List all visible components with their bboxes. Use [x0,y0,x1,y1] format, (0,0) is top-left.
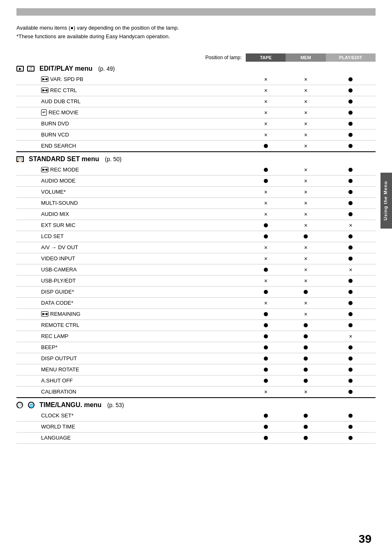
playedit-header: PLAY/EDIT [326,53,376,62]
bullet-icon [304,368,308,372]
tape-value: × [246,242,286,253]
mem-value: × [286,297,325,308]
table-row: ▶◀REC CTRL×× [16,85,376,96]
bullet-icon [304,414,308,418]
bullet-icon [348,190,353,194]
bullet-icon [348,88,353,93]
mem-value: × [286,186,325,197]
tape-value: × [246,253,286,264]
position-label: Position of lamp: [16,53,246,62]
mini-icon: ▶◀ [41,167,48,172]
tape-value: × [246,186,286,197]
table-row: REMOTE CTRL [16,320,376,331]
table-row: AUDIO MIX×× [16,208,376,220]
bullet-icon [264,323,268,327]
playedit-value: × [326,331,376,342]
cross-icon: × [304,389,307,395]
table-row: DISP OUTPUT [16,353,376,364]
tape-value: × [246,85,286,96]
mem-value: × [286,107,325,118]
playedit-value [326,208,376,220]
intro-text: Available menu items (●) vary depending … [16,24,376,41]
item-label: END SEARCH [16,140,246,152]
mem-value: × [286,96,325,107]
bullet-icon [264,345,268,350]
mem-value [286,331,325,342]
item-label: REMAINING [50,311,81,317]
mem-value: × [286,197,325,208]
bullet-icon [348,436,353,440]
table-row: VOLUME*×× [16,186,376,197]
bullet-icon [348,245,353,250]
mini-icon: ▶◀ [41,88,48,93]
cross-icon: × [304,244,307,251]
bullet-icon [264,368,268,372]
table-row: ▶◀VAR. SPD PB×× [16,74,376,85]
tape-value: × [246,386,286,398]
bullet-icon [304,425,308,429]
mini-icon: ↩ [41,109,47,116]
cross-icon: × [264,132,267,138]
tape-value [246,220,286,231]
bullet-icon [264,144,268,148]
item-label: A.SHUT OFF [16,375,246,386]
playedit-value: × [326,264,376,275]
menu-table: Position of lamp: TAPE MEM PLAY/EDIT ▶🎵E… [16,53,376,444]
mem-value: × [286,118,325,129]
bullet-icon [348,279,353,283]
cross-icon: × [304,76,307,83]
cross-icon: × [264,200,267,206]
mem-value: × [286,175,325,186]
tape-value [246,286,286,297]
cross-icon: × [264,389,267,395]
playedit-value [326,375,376,386]
playedit-value [326,421,376,432]
table-row: USB-PLY/EDT×× [16,275,376,286]
bullet-icon [264,168,268,172]
bullet-icon [264,414,268,418]
section-row-edit-play: ▶🎵EDIT/PLAY menu(p. 49) [16,62,376,74]
item-with-icon: ▶◀REC CTRL [41,87,244,93]
tape-value [246,432,286,443]
mem-value [286,375,325,386]
tape-value [246,175,286,186]
section-label-standard-set: STANDARD SET menu [29,155,99,163]
playedit-value: × [326,220,376,231]
cross-icon: × [349,266,352,273]
bullet-icon [304,234,308,238]
bullet-icon [348,414,353,418]
item-label: BEEP* [16,342,246,353]
cross-icon: × [349,333,352,340]
cross-icon: × [304,109,307,116]
cross-icon: × [304,132,307,138]
tape-value: × [246,118,286,129]
item-label: AUDIO MIX [16,208,246,220]
item-label: A/V → DV OUT [16,242,246,253]
bullet-icon [348,390,353,394]
table-row: A.SHUT OFF [16,375,376,386]
tape-value: × [246,208,286,220]
item-label: VIDEO INPUT [16,253,246,264]
table-row: MENU ROTATE [16,364,376,375]
section-page-time-langu: (p. 53) [107,402,124,408]
item-label: LANGUAGE [16,432,246,443]
item-label: CLOCK SET* [16,410,246,421]
item-label: DATA CODE* [16,297,246,308]
section-title-standard-set: 📋STANDARD SET menu(p. 50) [16,152,376,164]
mem-value: × [286,208,325,220]
table-row: AUD DUB CTRL×× [16,96,376,107]
item-label-cell: ▶◀REC CTRL [16,85,246,96]
cross-icon: × [264,300,267,306]
cross-icon: × [304,266,307,273]
bullet-icon [348,234,353,238]
playedit-value [326,85,376,96]
cross-icon: × [264,98,267,105]
mem-value [286,231,325,242]
cross-icon: × [304,222,307,229]
playedit-value [326,231,376,242]
table-row: REC LAMP× [16,331,376,342]
item-label: LCD SET [16,231,246,242]
mem-value: × [286,275,325,286]
playedit-value [326,107,376,118]
tape-value [246,164,286,176]
